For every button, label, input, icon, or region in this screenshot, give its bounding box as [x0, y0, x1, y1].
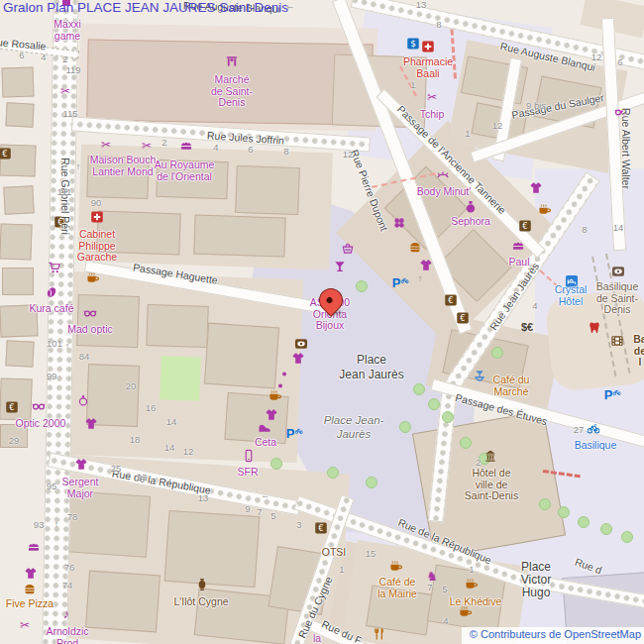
label-place-jean-jaures-2-line: Jaurès	[324, 427, 384, 441]
tourism-office-icon: €	[315, 522, 328, 535]
label-cafe-mairie-line: Café de	[377, 577, 417, 589]
label-basilique-st-denis-line: Basilique	[596, 281, 639, 293]
label-optic-2000-line: Optic 2000	[16, 418, 66, 430]
attraction-icon	[612, 266, 625, 278]
label-cafe-marche: Café duMarché	[493, 375, 530, 397]
label-as2000-bijoux-line: Bijoux	[310, 320, 350, 332]
label-pharmacie-baali-line: Baali	[403, 68, 453, 80]
oneway-arrow-icon: ↑	[54, 519, 59, 529]
label-maison-lantier-line: Maison Bouch	[90, 155, 157, 166]
label-sfr: SFR	[238, 467, 259, 479]
clothes-icon	[75, 459, 88, 472]
label-otsi: OTSI	[322, 547, 347, 559]
house-number: 6	[248, 144, 253, 155]
house-number: 25	[111, 463, 122, 474]
hairdresser-icon: ✂	[20, 619, 30, 631]
label-arnoldzic-line: Prod	[46, 638, 88, 644]
hairdresser-icon: ✂	[142, 140, 152, 152]
tree-icon	[539, 498, 551, 510]
pharmacy-icon	[422, 41, 435, 54]
label-maxxi-game-line: game	[54, 31, 80, 43]
oneway-arrow-icon: ↑	[65, 341, 70, 351]
house-number: 14	[166, 416, 177, 427]
house-number: 111	[57, 186, 71, 197]
tree-icon	[600, 523, 612, 535]
tree-icon	[356, 280, 368, 292]
tree-icon	[399, 421, 411, 433]
house-number: 27	[574, 424, 585, 435]
house-number: 4	[443, 615, 448, 626]
oneway-arrow-icon: ↑	[76, 161, 81, 171]
building	[76, 294, 140, 348]
page-title: Gralon Plan PLACE JEAN JAURES Saint-Deni…	[3, 0, 288, 15]
label-sergent-major: SergentMajor	[62, 477, 99, 499]
house-number: 101	[47, 338, 62, 349]
house-number: 78	[67, 511, 78, 522]
shop-dot-icon	[278, 383, 282, 388]
label-maxxi-game: Maxxigame	[54, 19, 80, 42]
tree-icon	[413, 383, 425, 395]
house-number: 8	[582, 224, 587, 235]
cafe-icon	[269, 390, 282, 403]
clothes-icon	[25, 568, 38, 581]
label-kura-cafe-line: Kura café	[30, 303, 74, 315]
doctor-icon	[91, 211, 104, 224]
house-number: 8	[283, 146, 288, 157]
house-number: 7	[427, 582, 432, 592]
coffee-bean-icon	[46, 286, 58, 299]
label-optic-2000: Optic 2000	[16, 418, 66, 430]
icecream-icon	[334, 261, 347, 273]
label-hotel-de-ville-line: Hôtel de	[465, 468, 518, 480]
osm-attribution-link[interactable]: © Contributeurs de OpenStreetMap	[462, 627, 644, 644]
house-number: 12	[492, 120, 503, 131]
building	[0, 377, 33, 420]
label-marche-line: Marché	[211, 74, 253, 86]
label-cabinet-garache-line: Garache	[77, 252, 117, 264]
house-number: 119	[65, 64, 80, 75]
house-number: 8	[436, 19, 441, 30]
house-number: 1	[410, 79, 415, 90]
label-sergent-major-line: Major	[62, 488, 99, 500]
house-number: 90	[91, 197, 102, 208]
label-crystal-hotel-line: Hôtel	[555, 296, 588, 308]
label-arnoldzic-line: Arnoldzic	[46, 626, 88, 638]
house-number: 2	[62, 54, 67, 64]
label-cafe-marche-line: Marché	[493, 386, 530, 398]
label-au-royaume-line: de l'Oriental	[155, 171, 215, 183]
label-hotel-de-ville-line: Saint-Denis	[465, 490, 518, 502]
house-number: 5	[442, 584, 447, 594]
label-place-jean-jaures-line: Jean Jaurès	[339, 368, 403, 382]
clothes-icon	[530, 182, 543, 195]
house-number: 13	[198, 492, 209, 503]
svg-text:$: $	[410, 39, 416, 49]
house-number: 1	[339, 564, 344, 575]
label-maison-lantier: Maison BouchLantier Mond	[90, 155, 157, 177]
house-number: 4	[213, 142, 218, 153]
svg-text:€: €	[460, 313, 465, 323]
house-number: 29	[9, 435, 20, 446]
building	[146, 304, 208, 348]
cafe-icon	[87, 272, 100, 285]
map-canvas[interactable]: Gralon Plan PLACE JEAN JAURES Saint-Deni…	[0, 0, 644, 644]
label-au-royaume-line: Au Royaume	[155, 160, 215, 171]
building	[1, 66, 34, 97]
svg-text:€: €	[9, 402, 14, 412]
label-basilique-velo: Basilique	[575, 440, 617, 452]
house-number: 5	[270, 510, 275, 521]
label-body-minut-line: Body Minut'	[417, 186, 472, 198]
house-number: 9 bis	[526, 100, 546, 111]
building	[2, 268, 34, 295]
house-number: 115	[62, 108, 77, 119]
label-pharmacie-baali-line: Pharmacie	[403, 56, 453, 68]
label-body-minut: Body Minut'	[417, 186, 472, 198]
antiques-icon	[196, 579, 209, 591]
house-number: 93	[34, 519, 45, 530]
cinema-icon	[611, 335, 624, 348]
tree-icon	[558, 506, 570, 518]
label-five-pizza: Five Pizza	[6, 598, 54, 610]
house-number: 12	[343, 149, 354, 160]
florist-icon	[393, 217, 406, 230]
label-basilique-velo-line: Basilique	[575, 440, 617, 452]
market-icon	[226, 55, 239, 68]
supermarket-icon	[342, 243, 355, 256]
